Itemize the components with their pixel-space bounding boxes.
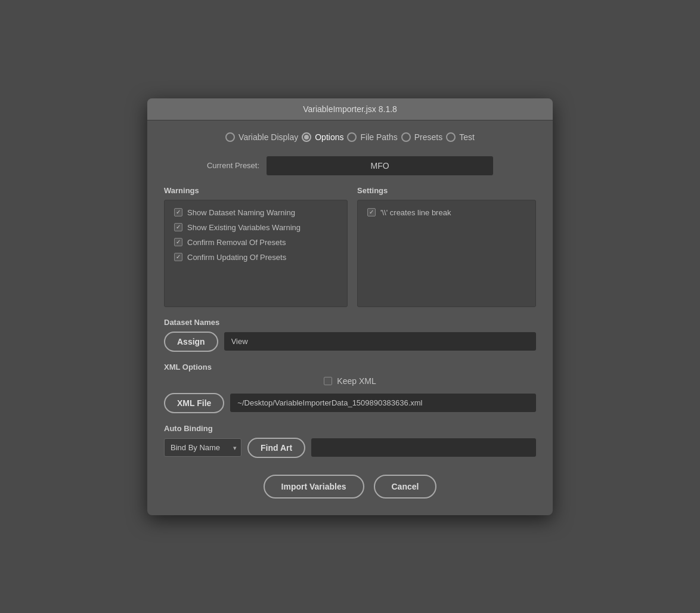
keep-xml-checkbox[interactable] [324, 377, 332, 385]
warning-label-0: Show Dataset Naming Warning [187, 208, 295, 217]
radio-options[interactable] [302, 132, 311, 142]
auto-bind-row: Bind By Name Bind By Index No Binding Fi… [164, 438, 536, 458]
radio-presets[interactable] [401, 132, 411, 142]
keep-xml-row: Keep XML [164, 376, 536, 386]
radio-variable-display[interactable] [225, 132, 235, 142]
warning-checkbox-2[interactable] [174, 238, 182, 246]
two-col-section: Warnings Show Dataset Naming Warning Sho… [164, 186, 536, 307]
tab-row: Variable Display Options File Paths Pres… [164, 132, 536, 142]
bind-dropdown[interactable]: Bind By Name Bind By Index No Binding [164, 438, 241, 457]
setting-item-0[interactable]: '\\' creates line break [365, 205, 528, 220]
warning-item-2[interactable]: Confirm Removal Of Presets [172, 235, 340, 250]
warnings-box: Show Dataset Naming Warning Show Existin… [164, 200, 348, 307]
dialog-title: VariableImporter.jsx 8.1.8 [303, 104, 397, 114]
settings-title: Settings [357, 186, 536, 195]
xml-options-title: XML Options [164, 363, 536, 371]
tab-test-label: Test [459, 132, 475, 142]
import-variables-button[interactable]: Import Variables [264, 475, 364, 499]
preset-label: Current Preset: [207, 161, 259, 170]
keep-xml-label: Keep XML [337, 376, 376, 386]
tab-options-label: Options [315, 132, 343, 142]
settings-box: '\\' creates line break [357, 200, 536, 307]
setting-checkbox-0[interactable] [367, 208, 376, 216]
preset-field[interactable] [267, 156, 493, 175]
settings-col: Settings '\\' creates line break [357, 186, 536, 307]
xml-file-button[interactable]: XML File [164, 393, 224, 413]
warning-item-1[interactable]: Show Existing Variables Warning [172, 220, 340, 235]
find-art-button[interactable]: Find Art [247, 438, 305, 458]
dataset-names-section: Dataset Names Assign [164, 318, 536, 352]
warnings-col: Warnings Show Dataset Naming Warning Sho… [164, 186, 348, 307]
tab-test[interactable]: Test [446, 132, 475, 142]
tab-file-paths-label: File Paths [360, 132, 397, 142]
dataset-row: Assign [164, 332, 536, 352]
tab-variable-display[interactable]: Variable Display [225, 132, 298, 142]
tab-presets[interactable]: Presets [401, 132, 442, 142]
preset-row: Current Preset: [164, 156, 536, 175]
xml-options-section: XML Options Keep XML XML File [164, 363, 536, 413]
xml-file-row: XML File [164, 393, 536, 413]
tab-presets-label: Presets [414, 132, 442, 142]
warnings-title: Warnings [164, 186, 348, 195]
auto-binding-title: Auto Binding [164, 424, 536, 433]
dataset-view-field[interactable] [224, 332, 536, 351]
dialog-container: VariableImporter.jsx 8.1.8 Variable Disp… [147, 98, 553, 515]
radio-test[interactable] [446, 132, 456, 142]
radio-file-paths[interactable] [347, 132, 357, 142]
setting-label-0: '\\' creates line break [380, 208, 451, 217]
dataset-names-title: Dataset Names [164, 318, 536, 327]
dialog-content: Variable Display Options File Paths Pres… [147, 120, 553, 515]
xml-path-field[interactable] [230, 394, 536, 412]
warning-checkbox-1[interactable] [174, 223, 182, 231]
warning-label-3: Confirm Updating Of Presets [187, 253, 286, 262]
auto-binding-section: Auto Binding Bind By Name Bind By Index … [164, 424, 536, 458]
warning-checkbox-0[interactable] [174, 208, 182, 216]
assign-button[interactable]: Assign [164, 332, 218, 352]
title-bar: VariableImporter.jsx 8.1.8 [147, 98, 553, 120]
art-field[interactable] [311, 438, 536, 457]
tab-options[interactable]: Options [302, 132, 343, 142]
tab-file-paths[interactable]: File Paths [347, 132, 397, 142]
warning-item-0[interactable]: Show Dataset Naming Warning [172, 205, 340, 220]
warning-checkbox-3[interactable] [174, 253, 182, 261]
warning-item-3[interactable]: Confirm Updating Of Presets [172, 250, 340, 265]
cancel-button[interactable]: Cancel [374, 475, 437, 499]
warning-label-1: Show Existing Variables Warning [187, 223, 301, 232]
warning-label-2: Confirm Removal Of Presets [187, 238, 286, 247]
bind-dropdown-wrapper: Bind By Name Bind By Index No Binding [164, 438, 241, 457]
tab-variable-display-label: Variable Display [239, 132, 298, 142]
bottom-buttons: Import Variables Cancel [164, 475, 536, 499]
